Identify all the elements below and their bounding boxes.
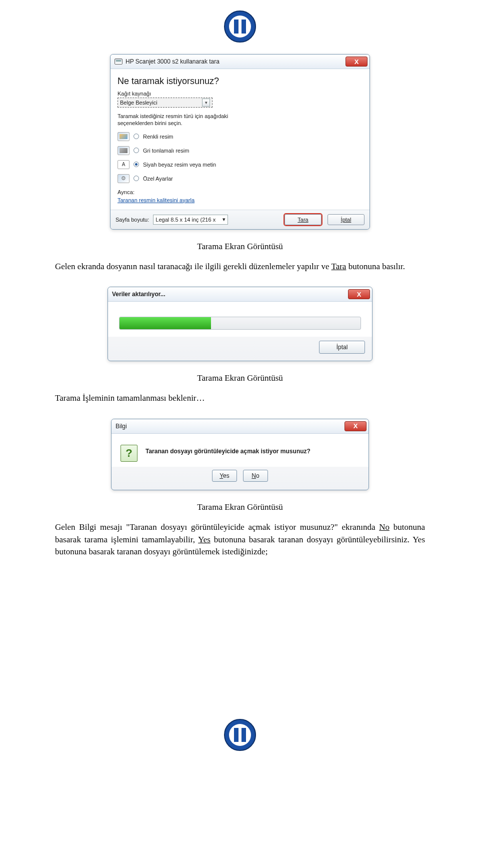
paper-source-combo[interactable]: Belge Besleyici ▾: [118, 98, 212, 108]
progress-title: Veriler aktarılıyor...: [112, 291, 166, 298]
page-size-label: Sayfa boyutu:: [116, 217, 149, 223]
bw-thumb-icon: [118, 160, 130, 169]
no-button-label: No: [252, 472, 259, 479]
radio-custom[interactable]: [134, 176, 139, 181]
university-logo-icon: [224, 10, 256, 43]
radio-gray[interactable]: [134, 148, 139, 153]
scan-instruction: Taramak istediğiniz resmin türü için aşa…: [118, 113, 248, 127]
also-label: Ayrıca:: [118, 189, 362, 195]
scan-dialog-title: HP Scanjet 3000 s2 kullanarak tara: [126, 58, 220, 65]
info-title: Bilgi: [116, 423, 127, 430]
progress-fill: [120, 317, 211, 329]
close-icon: X: [354, 422, 358, 430]
cancel-button-label: İptal: [341, 217, 352, 223]
scanner-app-icon: [114, 59, 122, 65]
info-titlebar: Bilgi X: [112, 419, 368, 434]
option-custom[interactable]: Özel Ayarlar: [118, 174, 362, 183]
page-size-combo[interactable]: Legal 8.5 x 14 inç (216 x ▾: [153, 215, 228, 225]
yes-button[interactable]: Yes: [212, 470, 237, 482]
paragraph-3: Gelen Bilgi mesajı "Taranan dosyayı görü…: [55, 521, 425, 558]
question-icon: ?: [120, 445, 138, 462]
page-size-value: Legal 8.5 x 14 inç (216 x: [156, 217, 216, 223]
para3-a: Gelen Bilgi mesajı "Taranan dosyayı görü…: [55, 522, 379, 532]
cancel-button[interactable]: İptal: [319, 341, 365, 354]
close-button[interactable]: X: [348, 289, 370, 299]
adjust-quality-link[interactable]: Taranan resmin kalitesini ayarla: [118, 197, 194, 203]
caption-3: Tarama Ekran Görüntüsü: [55, 502, 425, 512]
svg-rect-3: [242, 20, 246, 34]
close-button[interactable]: X: [344, 421, 366, 431]
para3-yes: Yes: [198, 535, 210, 544]
chevron-down-icon: ▾: [222, 216, 226, 223]
scan-heading: Ne taramak istiyorsunuz?: [118, 76, 362, 87]
progress-bar: [119, 317, 361, 330]
close-icon: X: [357, 291, 362, 298]
cancel-button-label: İptal: [336, 344, 348, 351]
scan-dialog: HP Scanjet 3000 s2 kullanarak tara X Ne …: [110, 54, 370, 230]
no-button[interactable]: No: [243, 470, 268, 482]
cancel-button[interactable]: İptal: [328, 214, 364, 225]
progress-dialog: Veriler aktarılıyor... X İptal: [108, 287, 372, 361]
paragraph-1: Gelen ekranda dosyanın nasıl taranacağı …: [55, 261, 425, 273]
footer-logo: [55, 718, 425, 753]
caption-1: Tarama Ekran Görüntüsü: [55, 242, 425, 252]
gray-thumb-icon: [118, 146, 130, 155]
scan-button-label: Tara: [298, 217, 308, 223]
radio-bw[interactable]: [134, 162, 139, 167]
svg-point-1: [229, 16, 251, 38]
para1-text-b: butonuna basılır.: [346, 262, 405, 271]
university-logo-icon: [224, 718, 256, 751]
radio-color[interactable]: [134, 134, 139, 139]
svg-rect-6: [234, 728, 238, 742]
option-color-label: Renkli resim: [143, 134, 174, 140]
para1-text-a: Gelen ekranda dosyanın nasıl taranacağı …: [55, 262, 331, 271]
gear-thumb-icon: [118, 174, 130, 183]
color-thumb-icon: [118, 132, 130, 141]
header-logo: [55, 10, 425, 45]
para3-no: No: [379, 522, 390, 532]
scan-dialog-titlebar: HP Scanjet 3000 s2 kullanarak tara X: [110, 55, 370, 69]
option-gray[interactable]: Gri tonlamalı resim: [118, 146, 362, 155]
info-message: Taranan dosyayı görüntüleyicide açmak is…: [146, 445, 310, 455]
close-icon: X: [354, 58, 359, 66]
paragraph-2: Tarama İşleminin tamamlanması beklenir…: [55, 392, 425, 405]
scan-button[interactable]: Tara: [284, 214, 322, 225]
option-bw[interactable]: Siyah beyaz resim veya metin: [118, 160, 362, 169]
option-color[interactable]: Renkli resim: [118, 132, 362, 141]
info-dialog: Bilgi X ? Taranan dosyayı görüntüleyicid…: [111, 419, 369, 490]
option-gray-label: Gri tonlamalı resim: [143, 148, 189, 154]
yes-button-label: Yes: [220, 472, 230, 479]
option-bw-label: Siyah beyaz resim veya metin: [143, 162, 216, 168]
paper-source-value: Belge Besleyici: [120, 100, 158, 106]
option-custom-label: Özel Ayarlar: [143, 176, 173, 182]
para1-tara: Tara: [331, 262, 346, 271]
svg-point-5: [229, 724, 251, 746]
paper-source-label: Kağıt kaynağı: [118, 91, 362, 97]
progress-titlebar: Veriler aktarılıyor... X: [108, 287, 372, 302]
svg-rect-7: [242, 728, 246, 742]
close-button[interactable]: X: [346, 57, 368, 67]
chevron-down-icon: ▾: [202, 99, 210, 107]
svg-rect-2: [234, 20, 238, 34]
caption-2: Tarama Ekran Görüntüsü: [55, 373, 425, 383]
